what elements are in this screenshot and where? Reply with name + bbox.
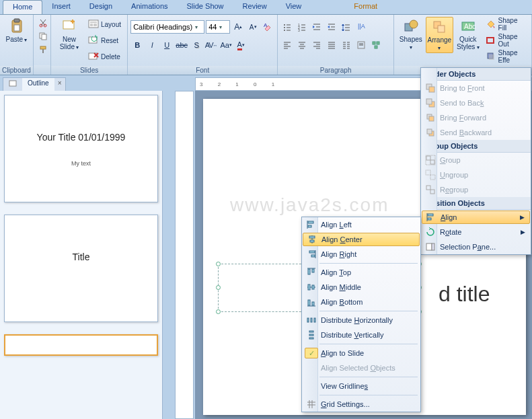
pane-tabs: Outline ×	[3, 77, 66, 91]
arrange-button[interactable]: Arrange	[426, 17, 454, 53]
clear-format-button[interactable]: A	[261, 20, 274, 34]
svg-rect-1	[14, 19, 20, 22]
grow-font-button[interactable]: A▴	[231, 20, 245, 34]
ungroup-item[interactable]: Ungroup	[421, 167, 531, 182]
line-spacing-button[interactable]	[340, 20, 353, 34]
justify-button[interactable]	[325, 38, 338, 52]
distribute-h-item[interactable]: Distribute Horizontally	[302, 313, 420, 328]
tab-design[interactable]: Design	[80, 0, 122, 14]
shape-fill-icon	[486, 19, 496, 30]
align-text-button[interactable]	[354, 38, 368, 52]
strike-button[interactable]: abc	[175, 38, 188, 52]
svg-text:||A: ||A	[358, 23, 365, 30]
align-left-item[interactable]: Align Left	[302, 217, 420, 232]
thumbnail-2[interactable]: Title	[4, 215, 158, 322]
rotate-item[interactable]: Rotate▶	[421, 225, 531, 239]
numbering-button[interactable]: 123	[295, 20, 309, 34]
view-gridlines-item[interactable]: View Gridlines	[302, 379, 420, 393]
pane-tab-slides-icon[interactable]	[3, 78, 22, 91]
italic-button[interactable]: I	[145, 38, 159, 52]
tab-insert[interactable]: Insert	[42, 0, 80, 14]
align-item[interactable]: Align▶	[422, 211, 530, 224]
delete-button[interactable]: Delete	[85, 49, 124, 64]
group-item[interactable]: Group	[421, 153, 531, 167]
align-right-button[interactable]	[310, 38, 324, 52]
shadow-button[interactable]: S	[190, 38, 203, 52]
svg-rect-54	[428, 218, 431, 220]
font-size-combo[interactable]: 44▾	[206, 20, 230, 34]
thumbnail-3[interactable]	[4, 334, 158, 356]
char-spacing-button[interactable]: AV↔	[204, 38, 218, 52]
svg-rect-69	[307, 318, 309, 322]
align-right-item[interactable]: Align Right	[302, 247, 420, 262]
font-color-button[interactable]: A▾	[234, 38, 248, 52]
regroup-item[interactable]: Regroup	[421, 182, 531, 197]
group-clipboard-extra	[34, 15, 51, 75]
align-icon	[426, 212, 436, 223]
svg-rect-41	[426, 99, 432, 104]
paste-button[interactable]: Paste	[2, 17, 32, 44]
text-direction-button[interactable]: ||A	[354, 20, 368, 34]
tab-animations[interactable]: Animations	[122, 0, 177, 14]
align-top-item[interactable]: Align Top	[302, 265, 420, 280]
pane-tab-outline[interactable]: Outline	[22, 78, 54, 91]
reset-button[interactable]: Reset	[85, 33, 124, 48]
svg-rect-36	[489, 54, 494, 60]
inc-indent-icon	[327, 22, 336, 32]
tab-review[interactable]: Review	[233, 0, 276, 14]
align-center-item[interactable]: Align Center	[303, 233, 420, 246]
inc-indent-button[interactable]	[325, 20, 338, 34]
align-top-icon	[306, 267, 317, 278]
svg-rect-67	[308, 300, 310, 305]
distribute-v-item[interactable]: Distribute Vertically	[302, 328, 420, 342]
tab-home[interactable]: Home	[3, 0, 42, 14]
tab-slideshow[interactable]: Slide Show	[178, 0, 233, 14]
columns-button[interactable]	[340, 38, 353, 52]
change-case-button[interactable]: Aa▾	[219, 38, 233, 52]
align-left-button[interactable]	[280, 38, 294, 52]
convert-smartart-button[interactable]	[369, 38, 383, 52]
tab-view[interactable]: View	[276, 0, 311, 14]
dec-indent-button[interactable]	[310, 20, 324, 34]
align-right-icon	[312, 40, 321, 50]
new-slide-button[interactable]: New Slide	[54, 17, 84, 52]
quick-styles-button[interactable]: Abc Quick Styles	[455, 17, 481, 52]
bring-forward-item[interactable]: Bring Forward	[421, 110, 531, 125]
layout-button[interactable]: Layout	[85, 17, 124, 32]
shape-effects-icon	[486, 51, 496, 62]
align-to-slide-item[interactable]: ✓Align to Slide	[302, 346, 420, 360]
grid-settings-item[interactable]: Grid Settings...	[302, 397, 420, 412]
bold-button[interactable]: B	[130, 38, 144, 52]
send-backward-item[interactable]: Send Backward	[421, 125, 531, 140]
thumbnail-1[interactable]: Your Title 01/01/1999 My text	[4, 95, 158, 202]
bring-to-front-item[interactable]: Bring to Front	[421, 81, 531, 96]
svg-rect-27	[375, 46, 377, 48]
shape-effects-button[interactable]: Shape Effe	[483, 49, 528, 64]
svg-rect-73	[309, 334, 313, 336]
font-name-combo[interactable]: Calibri (Headings)▾	[130, 20, 204, 34]
align-bottom-item[interactable]: Align Bottom	[302, 295, 420, 309]
align-selected-item[interactable]: Align Selected Objects	[302, 360, 420, 375]
svg-rect-51	[426, 186, 430, 190]
align-middle-item[interactable]: Align Middle	[302, 280, 420, 295]
shape-fill-button[interactable]: Shape Fill	[483, 17, 528, 32]
selection-pane-item[interactable]: Selection Pane...	[421, 239, 531, 254]
tab-format[interactable]: Format	[344, 0, 387, 14]
pane-close-button[interactable]: ×	[54, 78, 65, 91]
shrink-font-button[interactable]: A▾	[246, 20, 260, 34]
copy-button[interactable]	[36, 30, 50, 43]
align-center-button[interactable]	[295, 38, 309, 52]
smartart-icon	[371, 40, 381, 50]
underline-button[interactable]: U	[160, 38, 174, 52]
send-to-back-item[interactable]: Send to Back	[421, 96, 531, 110]
svg-point-19	[284, 30, 285, 31]
shapes-button[interactable]: Shapes	[397, 17, 424, 52]
format-painter-button[interactable]	[36, 43, 50, 56]
svg-rect-59	[309, 236, 315, 238]
svg-point-29	[410, 20, 418, 28]
cut-button[interactable]	[36, 16, 50, 30]
svg-rect-68	[312, 302, 314, 305]
bullets-button[interactable]	[280, 20, 294, 34]
shape-outline-button[interactable]: Shape Out	[483, 33, 528, 48]
slide-title-text[interactable]: d title	[439, 282, 490, 307]
